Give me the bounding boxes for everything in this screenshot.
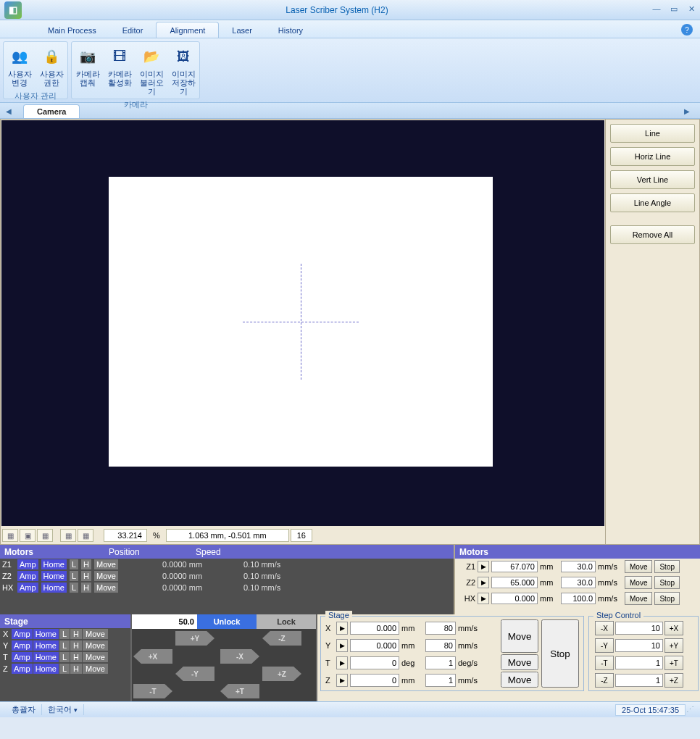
stage-move-z-button[interactable]: Move bbox=[501, 672, 538, 688]
ribbon-cam-capture[interactable]: 📷 카메라 캡춰 bbox=[72, 42, 104, 99]
resize-grip[interactable]: ⋰ bbox=[686, 705, 694, 714]
stage-move-xy-button[interactable]: Move bbox=[501, 619, 538, 653]
step-value-input[interactable] bbox=[615, 674, 663, 687]
move-button[interactable]: Move bbox=[94, 571, 118, 581]
jog-plus-x[interactable]: +X bbox=[133, 649, 172, 664]
close-button[interactable]: ✕ bbox=[684, 4, 699, 16]
speed-input[interactable] bbox=[561, 561, 596, 572]
home-button[interactable]: Home bbox=[41, 583, 67, 593]
go-button[interactable]: ▶ bbox=[478, 561, 489, 572]
jog-plus-t[interactable]: +T bbox=[220, 684, 259, 698]
step-pos-button[interactable]: +X bbox=[664, 621, 683, 635]
step-value-input[interactable] bbox=[615, 639, 663, 652]
status-user[interactable]: 총괄자 bbox=[6, 704, 42, 715]
limit-l-button[interactable]: L bbox=[59, 640, 70, 651]
tab-scroll-right[interactable]: ▶ bbox=[684, 107, 694, 118]
jog-minus-t[interactable]: -T bbox=[133, 684, 172, 698]
jog-minus-z[interactable]: -Z bbox=[262, 631, 301, 646]
horiz-line-button[interactable]: Horiz Line bbox=[610, 147, 695, 166]
move-button[interactable]: Move bbox=[94, 583, 118, 593]
minimize-button[interactable]: — bbox=[649, 4, 664, 16]
step-neg-button[interactable]: -X bbox=[595, 621, 614, 635]
amp-button[interactable]: Amp bbox=[17, 583, 38, 593]
cam-tool-1[interactable]: ▦ bbox=[2, 529, 18, 542]
stage-stop-button[interactable]: Stop bbox=[541, 619, 579, 688]
limit-h-button[interactable]: H bbox=[70, 640, 82, 651]
go-button[interactable]: ▶ bbox=[336, 639, 348, 652]
position-input[interactable] bbox=[491, 577, 538, 588]
amp-button[interactable]: Amp bbox=[12, 640, 33, 651]
cam-tool-4[interactable]: ▦ bbox=[60, 529, 76, 542]
step-pos-button[interactable]: +Z bbox=[664, 673, 683, 688]
ribbon-img-save[interactable]: 🖼 이미지 저장하기 bbox=[167, 42, 199, 99]
step-neg-button[interactable]: -Z bbox=[595, 673, 614, 688]
stop-button[interactable]: Stop bbox=[654, 560, 680, 573]
position-input[interactable] bbox=[491, 593, 538, 604]
home-button[interactable]: Home bbox=[33, 640, 59, 651]
ribbon-img-load[interactable]: 📂 이미지 불러오기 bbox=[136, 42, 167, 99]
line-angle-button[interactable]: Line Angle bbox=[610, 193, 695, 212]
limit-h-button[interactable]: H bbox=[70, 629, 82, 639]
limit-l-button[interactable]: L bbox=[59, 664, 70, 674]
home-button[interactable]: Home bbox=[33, 652, 59, 662]
ribbon-cam-activate[interactable]: 🎞 카메라 활성화 bbox=[104, 42, 136, 99]
speed-input[interactable] bbox=[425, 639, 456, 652]
tab-editor[interactable]: Editor bbox=[109, 22, 157, 38]
tab-laser[interactable]: Laser bbox=[219, 22, 265, 38]
limit-h-button[interactable]: H bbox=[70, 652, 82, 662]
go-button[interactable]: ▶ bbox=[478, 593, 489, 604]
stage-move-t-button[interactable]: Move bbox=[501, 654, 538, 670]
position-input[interactable] bbox=[350, 639, 399, 652]
amp-button[interactable]: Amp bbox=[12, 652, 33, 662]
step-pos-button[interactable]: +Y bbox=[664, 638, 683, 653]
cam-tool-3[interactable]: ▦ bbox=[37, 529, 53, 542]
ribbon-user-change[interactable]: 👥 사용자 변경 bbox=[4, 42, 36, 90]
vert-line-button[interactable]: Vert Line bbox=[610, 170, 695, 189]
remove-all-button[interactable]: Remove All bbox=[610, 225, 695, 244]
home-button[interactable]: Home bbox=[33, 629, 59, 639]
jog-unlock-button[interactable]: Unlock bbox=[197, 614, 257, 629]
maximize-button[interactable]: ▭ bbox=[667, 4, 681, 16]
amp-button[interactable]: Amp bbox=[12, 664, 33, 674]
home-button[interactable]: Home bbox=[41, 571, 67, 581]
go-button[interactable]: ▶ bbox=[478, 577, 489, 588]
line-button[interactable]: Line bbox=[610, 124, 695, 143]
jog-minus-y[interactable]: -Y bbox=[175, 667, 214, 681]
help-icon[interactable]: ? bbox=[681, 24, 693, 36]
limit-h-button[interactable]: H bbox=[81, 583, 91, 593]
limit-l-button[interactable]: L bbox=[70, 559, 78, 569]
home-button[interactable]: Home bbox=[33, 664, 59, 674]
move-button[interactable]: Move bbox=[625, 592, 652, 605]
stop-button[interactable]: Stop bbox=[654, 576, 680, 589]
limit-l-button[interactable]: L bbox=[70, 571, 78, 581]
jog-step-value[interactable]: 50.0 bbox=[132, 614, 197, 629]
home-button[interactable]: Home bbox=[41, 559, 67, 569]
speed-input[interactable] bbox=[561, 577, 596, 588]
step-pos-button[interactable]: +T bbox=[664, 656, 683, 670]
move-button[interactable]: Move bbox=[94, 559, 118, 569]
speed-input[interactable] bbox=[425, 674, 456, 687]
tab-alignment[interactable]: Alignment bbox=[156, 22, 219, 38]
position-input[interactable] bbox=[350, 674, 399, 687]
cam-tool-5[interactable]: ▦ bbox=[78, 529, 93, 542]
go-button[interactable]: ▶ bbox=[336, 656, 348, 669]
move-button[interactable]: Move bbox=[625, 560, 652, 573]
move-button[interactable]: Move bbox=[625, 576, 652, 589]
cam-tool-2[interactable]: ▣ bbox=[20, 529, 36, 542]
position-input[interactable] bbox=[350, 656, 399, 669]
move-button[interactable]: Move bbox=[83, 664, 108, 674]
limit-h-button[interactable]: H bbox=[70, 664, 82, 674]
move-button[interactable]: Move bbox=[83, 640, 108, 651]
amp-button[interactable]: Amp bbox=[17, 559, 38, 569]
position-input[interactable] bbox=[491, 561, 538, 572]
amp-button[interactable]: Amp bbox=[17, 571, 38, 581]
stop-button[interactable]: Stop bbox=[654, 592, 680, 605]
jog-plus-z[interactable]: +Z bbox=[262, 667, 301, 681]
position-input[interactable] bbox=[350, 622, 399, 635]
step-value-input[interactable] bbox=[615, 622, 663, 635]
jog-plus-y[interactable]: +Y bbox=[175, 631, 214, 646]
step-value-input[interactable] bbox=[615, 656, 663, 669]
jog-lock-button[interactable]: Lock bbox=[257, 614, 316, 629]
move-button[interactable]: Move bbox=[83, 652, 108, 662]
tab-history[interactable]: History bbox=[265, 22, 316, 38]
